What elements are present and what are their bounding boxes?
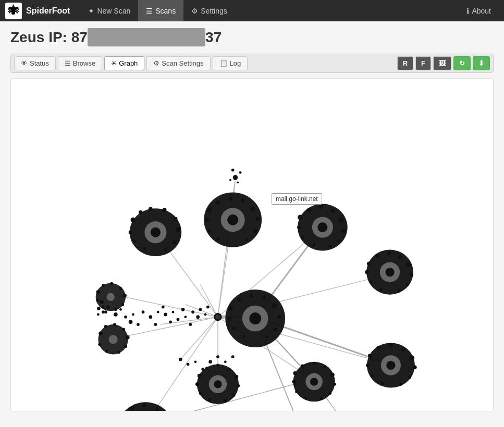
svg-point-49: [241, 199, 245, 203]
svg-point-114: [113, 323, 116, 326]
image-button[interactable]: 🖼: [433, 56, 451, 70]
svg-point-140: [189, 323, 192, 326]
svg-point-150: [130, 406, 134, 410]
svg-point-55: [208, 229, 211, 232]
svg-point-103: [110, 282, 113, 285]
svg-point-51: [256, 217, 260, 221]
refresh-button[interactable]: ↻: [453, 56, 471, 70]
svg-point-36: [174, 217, 178, 221]
new-scan-label: New Scan: [97, 7, 130, 15]
status-tab-label: Status: [30, 59, 49, 67]
new-scan-icon: ✦: [88, 7, 94, 15]
svg-point-143: [199, 308, 202, 311]
svg-point-34: [149, 207, 153, 211]
svg-point-182: [333, 383, 336, 386]
log-tab-icon: 📋: [219, 59, 228, 67]
scan-settings-tab-label: Scan Settings: [162, 59, 203, 67]
log-tab[interactable]: 📋 Log: [213, 56, 248, 70]
svg-point-129: [142, 310, 145, 313]
svg-point-74: [367, 262, 371, 266]
svg-point-133: [162, 306, 165, 309]
svg-point-163: [198, 374, 202, 378]
svg-point-170: [224, 399, 227, 403]
svg-point-50: [250, 206, 255, 211]
svg-point-123: [114, 312, 118, 317]
svg-point-224: [224, 360, 227, 363]
svg-point-173: [195, 382, 200, 386]
settings-label: Settings: [201, 7, 227, 15]
about-icon: ℹ: [466, 7, 469, 15]
scan-settings-tab[interactable]: ⚙ Scan Settings: [146, 56, 210, 70]
svg-point-228: [104, 310, 107, 313]
tabs-toolbar: 👁 Status ☰ Browse ✳ Graph ⚙ Scan Setting…: [10, 54, 494, 73]
nav-settings[interactable]: ⚙ Settings: [183, 0, 235, 21]
svg-point-201: [366, 363, 370, 368]
svg-point-33: [139, 210, 143, 215]
svg-point-88: [228, 306, 233, 311]
svg-point-46: [207, 207, 212, 212]
graph-container[interactable]: mail.go-link.net: [10, 78, 494, 411]
f-button[interactable]: F: [415, 56, 431, 70]
svg-point-136: [171, 311, 174, 313]
svg-point-144: [204, 313, 207, 316]
svg-point-26: [239, 171, 242, 174]
svg-point-219: [187, 363, 190, 366]
download-button[interactable]: ⬇: [473, 56, 490, 70]
svg-point-134: [164, 313, 167, 317]
svg-point-35: [163, 208, 167, 212]
svg-point-199: [381, 382, 384, 385]
svg-point-67: [328, 245, 331, 248]
svg-point-117: [124, 345, 127, 348]
svg-point-193: [389, 343, 393, 347]
page-title-redacted: ███████████: [88, 28, 205, 46]
svg-point-105: [122, 294, 127, 298]
svg-point-93: [277, 315, 281, 319]
brand[interactable]: 🕷 SpiderFoot: [5, 3, 70, 19]
svg-point-220: [194, 360, 197, 363]
svg-point-132: [157, 311, 159, 313]
toolbar-right: R F 🖼 ↻ ⬇: [397, 56, 490, 70]
svg-point-195: [409, 355, 414, 360]
nav-about[interactable]: ℹ About: [459, 0, 499, 21]
svg-point-79: [409, 273, 413, 277]
svg-point-229: [97, 313, 100, 316]
svg-point-89: [237, 297, 241, 302]
nav-scans[interactable]: ☰ Scans: [138, 0, 183, 21]
svg-point-104: [119, 287, 122, 290]
svg-point-100: [107, 293, 115, 301]
svg-point-62: [319, 205, 323, 209]
node-top-center-right: [204, 193, 262, 247]
svg-point-64: [338, 217, 343, 222]
svg-point-73: [385, 268, 394, 277]
graph-svg: [11, 79, 493, 411]
svg-point-185: [304, 397, 308, 400]
svg-point-186: [295, 390, 298, 393]
svg-point-84: [365, 270, 369, 274]
svg-point-190: [386, 361, 395, 370]
about-label: About: [472, 7, 491, 15]
svg-point-181: [330, 373, 335, 377]
svg-point-94: [273, 328, 277, 332]
svg-point-37: [176, 228, 181, 233]
svg-point-131: [154, 323, 157, 326]
graph-tab[interactable]: ✳ Graph: [104, 56, 144, 70]
svg-point-95: [265, 335, 268, 338]
svg-point-194: [401, 347, 405, 351]
svg-point-28: [229, 179, 231, 181]
svg-point-138: [181, 308, 185, 311]
svg-point-56: [205, 218, 209, 222]
svg-point-176: [310, 378, 318, 385]
scans-icon: ☰: [146, 7, 153, 15]
browse-tab[interactable]: ☰ Browse: [58, 56, 102, 70]
status-tab[interactable]: 👁 Status: [14, 56, 56, 70]
svg-point-178: [301, 365, 304, 368]
svg-point-107: [114, 308, 117, 311]
svg-point-82: [379, 288, 383, 291]
svg-point-113: [104, 325, 107, 328]
svg-point-120: [98, 343, 101, 346]
nav-new-scan[interactable]: ✦ New Scan: [80, 0, 138, 21]
svg-point-177: [293, 371, 297, 375]
svg-point-225: [231, 355, 235, 358]
r-button[interactable]: R: [397, 56, 413, 70]
svg-point-226: [100, 300, 104, 304]
